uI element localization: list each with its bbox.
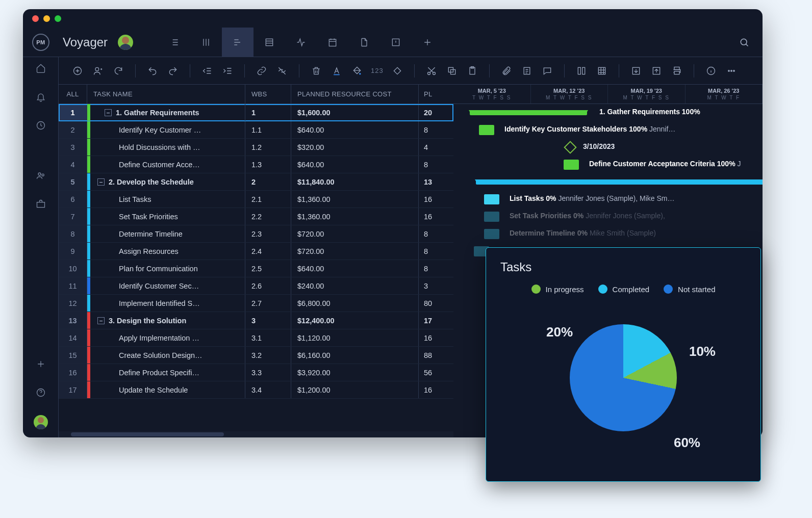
row-index[interactable]: 11 — [59, 277, 87, 294]
row-index[interactable]: 7 — [59, 208, 87, 225]
cell-task-name[interactable]: Plan for Communication — [87, 260, 245, 277]
cell-task-name[interactable]: Apply Implementation … — [87, 329, 245, 346]
task-row[interactable]: 10Plan for Communication2.5$640.008 — [59, 260, 453, 277]
tb-attach[interactable] — [500, 64, 513, 77]
task-row[interactable]: 12Implement Identified S…2.7$6,800.0080 — [59, 295, 453, 312]
task-row[interactable]: 4Define Customer Acce…1.3$640.008 — [59, 156, 453, 173]
cell-task-name[interactable]: –1. Gather Requirements — [87, 104, 245, 121]
tb-cut[interactable] — [425, 64, 438, 77]
cell-task-name[interactable]: List Tasks — [87, 191, 245, 208]
tab-list[interactable] — [159, 28, 190, 57]
nav-time[interactable] — [35, 119, 47, 132]
row-index[interactable]: 5 — [59, 173, 87, 190]
tb-outdent[interactable] — [200, 64, 214, 77]
nav-home[interactable] — [35, 62, 47, 74]
cell-task-name[interactable]: Define Customer Acce… — [87, 156, 245, 173]
task-row[interactable]: 13–3. Design the Solution3$12,400.0017 — [59, 312, 453, 329]
row-index[interactable]: 8 — [59, 225, 87, 242]
cell-task-name[interactable]: –3. Design the Solution — [87, 312, 245, 329]
cell-task-name[interactable]: Hold Discussions with … — [87, 139, 245, 156]
tb-comments[interactable] — [541, 64, 554, 77]
task-row[interactable]: 11Identify Customer Sec…2.6$240.003 — [59, 277, 453, 295]
col-pl[interactable]: PL — [419, 85, 453, 103]
nav-team[interactable] — [35, 169, 47, 182]
tb-export[interactable] — [650, 64, 663, 77]
collapse-toggle[interactable]: – — [97, 178, 105, 186]
gantt-task-bar[interactable] — [484, 194, 499, 204]
tb-import[interactable] — [629, 64, 643, 77]
tab-sheet[interactable] — [253, 28, 285, 57]
cell-task-name[interactable]: Identify Customer Sec… — [87, 277, 245, 294]
tb-paste[interactable] — [466, 64, 479, 77]
search-button[interactable] — [734, 32, 754, 53]
cell-task-name[interactable]: Implement Identified S… — [87, 295, 245, 312]
tab-add-view[interactable] — [412, 28, 443, 57]
gantt-task-bar[interactable] — [479, 125, 494, 135]
nav-add[interactable] — [35, 358, 47, 370]
tb-link[interactable] — [255, 64, 268, 77]
cell-task-name[interactable]: Assign Resources — [87, 243, 245, 260]
tb-notes[interactable] — [520, 64, 534, 77]
maximize-window-button[interactable] — [55, 15, 61, 22]
task-row[interactable]: 16Define Product Specifi…3.3$3,920.0056 — [59, 364, 453, 381]
row-index[interactable]: 9 — [59, 243, 87, 260]
tb-fill-color[interactable] — [350, 64, 364, 77]
gantt-task-bar[interactable] — [564, 160, 579, 170]
row-index[interactable]: 15 — [59, 347, 87, 364]
cell-task-name[interactable]: Identify Key Customer … — [87, 121, 245, 138]
row-index[interactable]: 16 — [59, 364, 87, 381]
tb-unlink[interactable] — [275, 64, 289, 77]
app-logo[interactable]: PM — [32, 34, 49, 51]
tab-issues[interactable] — [380, 28, 412, 57]
task-row[interactable]: 7Set Task Priorities2.2$1,360.0016 — [59, 208, 453, 225]
nav-portfolio[interactable] — [35, 198, 47, 210]
tb-indent[interactable] — [221, 64, 234, 77]
task-row[interactable]: 2Identify Key Customer …1.1$640.008 — [59, 121, 453, 139]
gantt-milestone[interactable] — [564, 141, 576, 153]
nav-help[interactable] — [35, 386, 47, 399]
row-index[interactable]: 3 — [59, 139, 87, 156]
cell-task-name[interactable]: Create Solution Design… — [87, 347, 245, 364]
row-index[interactable]: 10 — [59, 260, 87, 277]
cell-task-name[interactable]: Determine Timeline — [87, 225, 245, 242]
tb-info[interactable] — [704, 64, 718, 77]
task-row[interactable]: 3Hold Discussions with …1.2$320.004 — [59, 139, 453, 156]
tb-milestone[interactable] — [391, 64, 404, 77]
gantt-task-bar[interactable] — [484, 229, 499, 239]
gantt-task-bar[interactable] — [484, 212, 499, 222]
tb-number-format[interactable]: 123 — [371, 67, 384, 74]
task-row[interactable]: 9Assign Resources2.4$720.008 — [59, 243, 453, 260]
row-index[interactable]: 4 — [59, 156, 87, 173]
collapse-toggle[interactable]: – — [97, 317, 105, 324]
tab-board[interactable] — [190, 28, 222, 57]
gantt-summary-bar[interactable] — [470, 110, 587, 115]
cell-task-name[interactable]: –2. Develop the Schedule — [87, 173, 245, 190]
nav-notifications[interactable] — [35, 91, 47, 103]
tab-files[interactable] — [348, 28, 380, 57]
tb-columns[interactable] — [575, 64, 588, 77]
tb-text-color[interactable] — [330, 64, 343, 77]
tb-refresh[interactable] — [112, 64, 125, 77]
col-cost[interactable]: PLANNED RESOURCE COST — [291, 85, 419, 103]
tb-print[interactable] — [670, 64, 683, 77]
col-task-name[interactable]: TASK NAME — [87, 85, 245, 103]
col-wbs[interactable]: WBS — [245, 85, 291, 103]
row-index[interactable]: 6 — [59, 191, 87, 208]
cell-task-name[interactable]: Update the Schedule — [87, 381, 245, 398]
project-owner-avatar[interactable] — [118, 35, 133, 50]
tb-redo[interactable] — [166, 64, 180, 77]
task-row[interactable]: 6List Tasks2.1$1,360.0016 — [59, 191, 453, 208]
nav-user-avatar[interactable] — [34, 415, 48, 429]
col-all[interactable]: ALL — [59, 85, 87, 103]
task-row[interactable]: 14Apply Implementation …3.1$1,120.0016 — [59, 329, 453, 347]
tab-activity[interactable] — [285, 28, 317, 57]
task-row[interactable]: 5–2. Develop the Schedule2$11,840.0013 — [59, 173, 453, 191]
tb-grid[interactable] — [595, 64, 608, 77]
cell-task-name[interactable]: Set Task Priorities — [87, 208, 245, 225]
row-index[interactable]: 2 — [59, 121, 87, 138]
tb-add-task[interactable] — [71, 64, 84, 77]
task-row[interactable]: 15Create Solution Design…3.2$6,160.0088 — [59, 347, 453, 364]
close-window-button[interactable] — [32, 15, 39, 22]
tab-gantt[interactable] — [222, 28, 253, 57]
gantt-summary-bar[interactable] — [476, 179, 763, 185]
